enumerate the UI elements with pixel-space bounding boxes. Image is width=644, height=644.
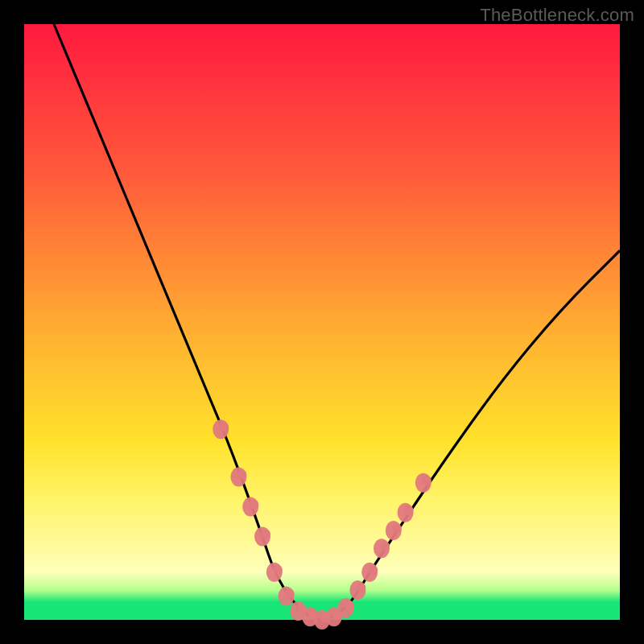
svg-point-9 (273, 565, 283, 575)
svg-point-33 (422, 476, 431, 485)
curve-marker (374, 539, 390, 558)
watermark-text: TheBottleneck.com (480, 5, 634, 26)
curve-marker (386, 521, 402, 540)
curve-marker (213, 419, 229, 439)
svg-point-31 (404, 506, 414, 515)
bottleneck-curve (54, 24, 620, 619)
curve-marker (415, 473, 431, 493)
chart-frame: TheBottleneck.com (0, 0, 644, 644)
svg-point-11 (285, 588, 295, 598)
svg-point-3 (237, 469, 246, 479)
svg-point-23 (356, 583, 365, 592)
markers-layer (213, 419, 431, 630)
curve-marker (230, 467, 246, 486)
svg-point-5 (249, 499, 258, 509)
chart-svg (24, 24, 620, 620)
svg-point-27 (380, 541, 390, 551)
curve-marker (398, 503, 414, 522)
curve-marker (338, 598, 354, 617)
curve-marker (361, 563, 378, 582)
curve-marker (349, 580, 365, 600)
svg-point-1 (219, 422, 229, 431)
curve-marker (279, 586, 295, 605)
svg-point-29 (392, 523, 402, 533)
curve-marker (242, 497, 258, 516)
svg-point-21 (345, 601, 354, 610)
curve-marker (266, 563, 283, 582)
plot-area (24, 24, 620, 620)
curve-layer (54, 24, 620, 619)
svg-point-7 (261, 529, 270, 539)
svg-point-25 (368, 565, 378, 575)
curve-marker (254, 526, 270, 546)
